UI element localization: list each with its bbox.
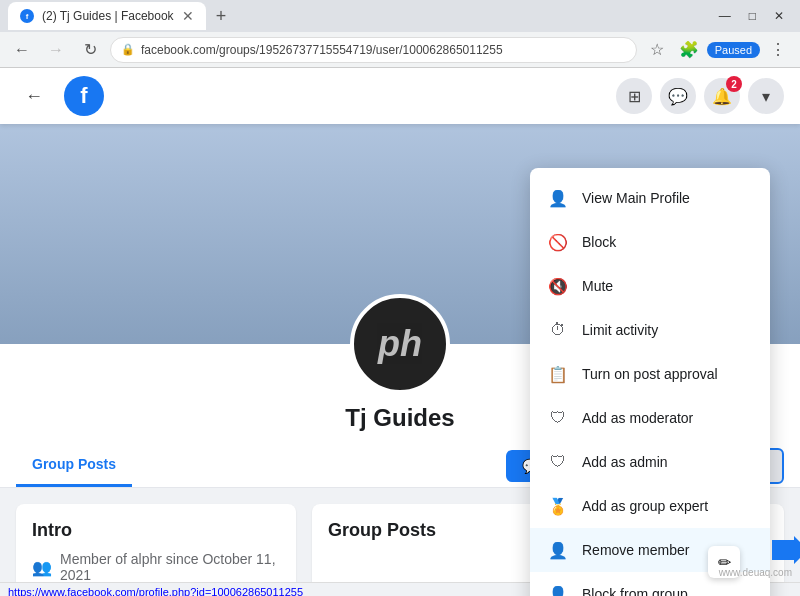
facebook-page: ← f ⊞ 💬 🔔 2 ▾ ph Tj: [0, 68, 800, 596]
medal-icon: 🏅: [546, 494, 570, 518]
avatar-initials: ph: [378, 323, 422, 365]
fb-header: ← f ⊞ 💬 🔔 2 ▾: [0, 68, 800, 124]
block-icon: 🚫: [546, 230, 570, 254]
browser-toolbar: ← → ↻ 🔒 facebook.com/groups/195267377155…: [0, 32, 800, 68]
menu-button[interactable]: ⋮: [764, 36, 792, 64]
tab-title: (2) Tj Guides | Facebook: [42, 9, 174, 23]
tab-favicon: f: [20, 9, 34, 23]
profile-avatar: ph: [350, 294, 450, 394]
status-url: https://www.facebook.com/profile.php?id=…: [8, 586, 303, 597]
dropdown-item-mute[interactable]: 🔇 Mute: [530, 264, 770, 308]
tab-group-posts[interactable]: Group Posts: [16, 444, 132, 487]
dropdown-item-post-approval[interactable]: 📋 Turn on post approval: [530, 352, 770, 396]
paused-badge: Paused: [707, 42, 760, 58]
clipboard-icon: 📋: [546, 362, 570, 386]
header-right: ⊞ 💬 🔔 2 ▾: [616, 78, 784, 114]
dropdown-item-add-admin[interactable]: 🛡 Add as admin: [530, 440, 770, 484]
watermark: www.deuaq.com: [719, 567, 792, 578]
bookmark-button[interactable]: ☆: [643, 36, 671, 64]
person-icon: 👤: [546, 186, 570, 210]
profile-avatar-container: ph: [350, 294, 450, 394]
address-bar[interactable]: 🔒 facebook.com/groups/19526737715554719/…: [110, 37, 637, 63]
group-icon: 👥: [32, 558, 52, 577]
fb-logo[interactable]: f: [64, 76, 104, 116]
messenger-icon: 💬: [668, 87, 688, 106]
browser-titlebar: f (2) Tj Guides | Facebook ✕ + — □ ✕: [0, 0, 800, 32]
intro-member-since: 👥 Member of alphr since October 11, 2021: [32, 551, 280, 583]
minimize-button[interactable]: —: [711, 0, 739, 32]
notifications-button[interactable]: 🔔 2: [704, 78, 740, 114]
shield-mod-icon: 🛡: [546, 406, 570, 430]
notification-count: 2: [726, 76, 742, 92]
new-tab-button[interactable]: +: [210, 6, 233, 27]
fb-back-button[interactable]: ←: [16, 78, 52, 114]
grid-icon: ⊞: [628, 87, 641, 106]
back-button[interactable]: ←: [8, 36, 36, 64]
block-person-icon: 👤: [546, 582, 570, 596]
extensions-button[interactable]: 🧩: [675, 36, 703, 64]
clock-icon: ⏱: [546, 318, 570, 342]
messenger-button[interactable]: 💬: [660, 78, 696, 114]
dropdown-item-view-main-profile[interactable]: 👤 View Main Profile: [530, 176, 770, 220]
browser-window: f (2) Tj Guides | Facebook ✕ + — □ ✕ ← →…: [0, 0, 800, 68]
intro-title: Intro: [32, 520, 280, 541]
refresh-button[interactable]: ↻: [76, 36, 104, 64]
forward-button[interactable]: →: [42, 36, 70, 64]
dropdown-menu: 👤 View Main Profile 🚫 Block 🔇 Mute ⏱ Lim…: [530, 168, 770, 596]
shield-admin-icon: 🛡: [546, 450, 570, 474]
dropdown-item-add-expert[interactable]: 🏅 Add as group expert: [530, 484, 770, 528]
dropdown-item-add-moderator[interactable]: 🛡 Add as moderator: [530, 396, 770, 440]
tab-close-button[interactable]: ✕: [182, 8, 194, 24]
account-chevron-button[interactable]: ▾: [748, 78, 784, 114]
url-text: facebook.com/groups/19526737715554719/us…: [141, 43, 626, 57]
mute-icon: 🔇: [546, 274, 570, 298]
arrow-pointer-icon: [772, 536, 800, 564]
browser-tab[interactable]: f (2) Tj Guides | Facebook ✕: [8, 2, 206, 30]
lock-icon: 🔒: [121, 43, 135, 56]
grid-icon-button[interactable]: ⊞: [616, 78, 652, 114]
svg-marker-0: [772, 536, 800, 564]
chevron-down-icon: ▾: [762, 87, 770, 106]
dropdown-item-limit-activity[interactable]: ⏱ Limit activity: [530, 308, 770, 352]
maximize-button[interactable]: □: [741, 0, 764, 32]
remove-person-icon: 👤: [546, 538, 570, 562]
close-button[interactable]: ✕: [766, 0, 792, 32]
window-controls: — □ ✕: [711, 0, 792, 32]
dropdown-item-block[interactable]: 🚫 Block: [530, 220, 770, 264]
toolbar-actions: ☆ 🧩 Paused ⋮: [643, 36, 792, 64]
